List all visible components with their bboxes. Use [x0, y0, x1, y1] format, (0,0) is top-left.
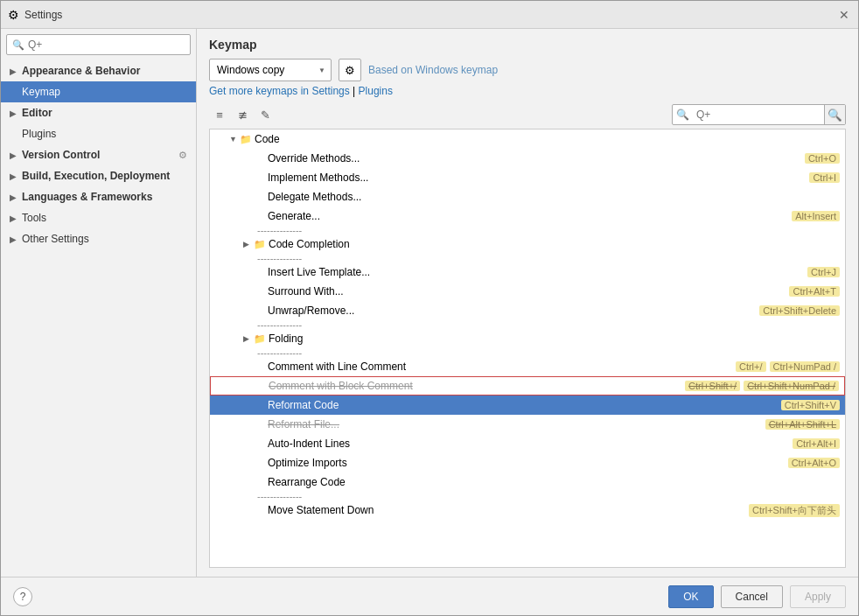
find-button[interactable]: 🔍: [824, 104, 845, 125]
tree-group-code-completion[interactable]: ▶ 📁 Code Completion: [210, 234, 845, 254]
separator-4: --------------: [210, 348, 845, 357]
comment-block-shortcuts: Ctrl+Shift+/ Ctrl+Shift+NumPad /: [685, 381, 839, 391]
code-label: Code: [255, 133, 840, 145]
bottom-bar: ? OK Cancel Apply: [1, 577, 858, 615]
tree-item-comment-block[interactable]: Comment with Block Comment Ctrl+Shift+/ …: [210, 376, 845, 396]
tree-group-folding[interactable]: ▶ 📁 Folding: [210, 329, 845, 348]
reformat-file-label: Reformat File...: [268, 418, 765, 430]
sidebar-label-keymap: Keymap: [22, 86, 60, 98]
override-label: Override Methods...: [268, 152, 805, 164]
comment-line-shortcuts: Ctrl+/ Ctrl+NumPad /: [736, 361, 840, 372]
keymap-gear-button[interactable]: ⚙: [339, 59, 361, 81]
tree-item-reformat-code[interactable]: Reformat Code Ctrl+Shift+V: [210, 396, 845, 415]
reformat-file-shortcut: Ctrl+Alt+Shift+L: [765, 419, 840, 430]
content-area: 🔍 ▶ Appearance & Behavior Keymap ▶ Edito…: [1, 29, 858, 577]
keymap-dropdown[interactable]: Windows copy: [209, 59, 332, 81]
sidebar-item-editor[interactable]: ▶ Editor: [1, 102, 196, 123]
comment-line-shortcut2: Ctrl+NumPad /: [770, 361, 840, 372]
sidebar-search-box[interactable]: 🔍: [6, 34, 191, 55]
ok-button[interactable]: OK: [668, 585, 713, 608]
tree-item-comment-line[interactable]: Comment with Line Comment Ctrl+/ Ctrl+Nu…: [210, 357, 845, 376]
tree-item-unwrap-remove[interactable]: Unwrap/Remove... Ctrl+Shift+Delete: [210, 301, 845, 320]
tree-item-implement-methods[interactable]: Implement Methods... Ctrl+I: [210, 168, 845, 187]
folding-folder-icon: 📁: [254, 333, 266, 345]
comment-line-shortcut1: Ctrl+/: [736, 361, 766, 372]
tree-item-override-methods[interactable]: Override Methods... Ctrl+O: [210, 149, 845, 168]
insert-live-label: Insert Live Template...: [268, 266, 807, 278]
settings-icon: ⚙: [8, 8, 19, 22]
tree-item-rearrange-code[interactable]: Rearrange Code: [210, 472, 845, 492]
optimize-shortcut: Ctrl+Alt+O: [788, 458, 840, 468]
sidebar-label-vc: Version Control: [22, 149, 100, 161]
title-bar: ⚙ Settings ✕: [1, 1, 858, 29]
sidebar-item-build[interactable]: ▶ Build, Execution, Deployment: [1, 165, 196, 186]
reformat-shortcut: Ctrl+Shift+V: [781, 400, 840, 410]
unwrap-shortcut: Ctrl+Shift+Delete: [759, 305, 840, 316]
tools-arrow: ▶: [10, 214, 18, 223]
move-down-shortcut: Ctrl+Shift+向下箭头: [749, 504, 840, 517]
rearrange-label: Rearrange Code: [268, 476, 840, 488]
sidebar-label-editor: Editor: [22, 107, 52, 119]
tree-item-generate[interactable]: Generate... Alt+Insert: [210, 206, 845, 226]
code-arrow: ▼: [229, 135, 240, 144]
plugins-link[interactable]: Plugins: [359, 85, 393, 97]
build-arrow: ▶: [10, 172, 18, 181]
sidebar-label-build: Build, Execution, Deployment: [22, 170, 170, 182]
reformat-label: Reformat Code: [268, 399, 781, 411]
appearance-arrow: ▶: [10, 66, 18, 76]
folding-label: Folding: [269, 332, 840, 345]
help-button[interactable]: ?: [13, 587, 32, 606]
apply-button[interactable]: Apply: [790, 585, 846, 608]
sidebar-label-tools: Tools: [22, 212, 46, 224]
dialog-title: Settings: [24, 9, 62, 21]
tree-item-delegate-methods[interactable]: Delegate Methods...: [210, 187, 845, 206]
search-icon: 🔍: [12, 39, 24, 51]
get-more-link-row: Get more keymaps in Settings | Plugins: [209, 85, 846, 97]
collapse-all-button[interactable]: ≢: [232, 104, 253, 125]
main-panel: Keymap Windows copy ⚙ Based on Windows k…: [197, 29, 858, 577]
sidebar-label-plugins: Plugins: [22, 128, 56, 140]
sidebar-item-version-control[interactable]: ▶ Version Control ⚙: [1, 144, 196, 165]
tree-item-surround-with[interactable]: Surround With... Ctrl+Alt+T: [210, 282, 845, 301]
edit-button[interactable]: ✎: [255, 104, 276, 125]
tree-item-reformat-file[interactable]: Reformat File... Ctrl+Alt+Shift+L: [210, 415, 845, 434]
tree-item-auto-indent[interactable]: Auto-Indent Lines Ctrl+Alt+I: [210, 434, 845, 453]
comment-block-shortcut2: Ctrl+Shift+NumPad /: [744, 381, 839, 391]
close-button[interactable]: ✕: [837, 8, 851, 22]
comment-line-label: Comment with Line Comment: [268, 360, 736, 373]
cancel-button[interactable]: Cancel: [721, 585, 783, 608]
sidebar-item-tools[interactable]: ▶ Tools: [1, 207, 196, 228]
expand-all-button[interactable]: ≡: [209, 104, 230, 125]
tree-item-move-statement-down[interactable]: Move Statement Down Ctrl+Shift+向下箭头: [210, 500, 845, 520]
delegate-label: Delegate Methods...: [268, 191, 840, 203]
sidebar-item-other[interactable]: ▶ Other Settings: [1, 228, 196, 249]
separator-3: --------------: [210, 320, 845, 329]
sidebar-item-appearance[interactable]: ▶ Appearance & Behavior: [1, 60, 196, 81]
unwrap-label: Unwrap/Remove...: [268, 304, 759, 317]
completion-label: Code Completion: [269, 238, 840, 250]
sidebar-label-languages: Languages & Frameworks: [22, 191, 152, 203]
keymap-search-input[interactable]: [693, 107, 824, 122]
keymap-search-icon: 🔍: [673, 108, 693, 121]
completion-folder-icon: 📁: [254, 239, 266, 250]
section-title: Keymap: [209, 38, 846, 52]
code-folder-icon: 📁: [240, 134, 252, 145]
sidebar-item-plugins[interactable]: Plugins: [1, 123, 196, 144]
lang-arrow: ▶: [10, 192, 18, 202]
vc-arrow: ▶: [10, 150, 18, 160]
folding-arrow: ▶: [243, 334, 254, 343]
move-down-label: Move Statement Down: [268, 504, 749, 516]
vc-gear-icon: ⚙: [178, 150, 187, 161]
keymap-tree: ▼ 📁 Code Override Methods... Ctrl+O Impl…: [209, 129, 846, 568]
get-more-settings-link[interactable]: Get more keymaps in Settings: [209, 85, 350, 97]
sidebar-item-keymap[interactable]: Keymap: [1, 81, 196, 102]
completion-arrow: ▶: [243, 240, 254, 248]
surround-label: Surround With...: [268, 285, 789, 298]
override-shortcut: Ctrl+O: [805, 153, 840, 164]
sidebar-item-languages[interactable]: ▶ Languages & Frameworks: [1, 186, 196, 207]
sidebar-search-input[interactable]: [28, 38, 185, 51]
tree-item-optimize-imports[interactable]: Optimize Imports Ctrl+Alt+O: [210, 453, 845, 472]
tree-item-insert-live[interactable]: Insert Live Template... Ctrl+J: [210, 262, 845, 282]
keymap-toolbar: ≡ ≢ ✎ 🔍 🔍: [209, 104, 846, 125]
tree-group-code[interactable]: ▼ 📁 Code: [210, 130, 845, 149]
